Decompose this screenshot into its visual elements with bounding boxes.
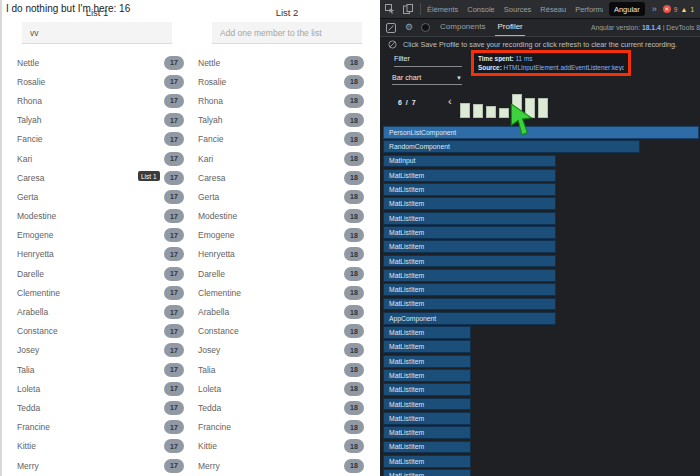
flame-row[interactable]: MatListItem — [383, 469, 471, 476]
member-name: Francine — [198, 422, 231, 432]
tab-performances[interactable]: Performances — [575, 5, 603, 14]
list-item[interactable]: Talia18 — [192, 360, 380, 379]
list-item[interactable]: Arabella17 — [2, 302, 192, 321]
list-item[interactable]: Clementine18 — [192, 283, 380, 302]
list-item[interactable]: Modestine18 — [192, 207, 380, 226]
member-count-badge: 17 — [164, 75, 184, 89]
tab-console[interactable]: Console — [467, 5, 495, 14]
frame-bar[interactable] — [473, 104, 483, 118]
list-item[interactable]: Gerta17 — [2, 187, 192, 206]
list-2-input[interactable] — [212, 22, 362, 44]
list-item[interactable]: Darelle18 — [192, 264, 380, 283]
list-item[interactable]: Rhona18 — [192, 91, 380, 110]
flame-row[interactable]: MatListItem — [383, 455, 471, 468]
flame-row[interactable]: MatListItem — [383, 269, 556, 282]
frame-bar[interactable] — [460, 103, 470, 118]
list-item[interactable]: Francine18 — [192, 418, 380, 437]
list-item[interactable]: Emogene18 — [192, 226, 380, 245]
list-item[interactable]: Henryetta17 — [2, 245, 192, 264]
list-item[interactable]: Rhona17 — [2, 91, 192, 110]
list-item[interactable]: Loleta17 — [2, 379, 192, 398]
list-item[interactable]: Caresa18 — [192, 168, 380, 187]
flame-row[interactable]: MatListItem — [383, 226, 556, 239]
list-item[interactable]: Talyah18 — [192, 111, 380, 130]
warning-icon[interactable]: ▲ — [680, 6, 687, 13]
tab-profiler[interactable]: Profiler — [495, 19, 524, 37]
inspect-icon[interactable] — [384, 3, 396, 15]
flame-row[interactable]: MatListItem — [383, 369, 471, 382]
flame-row[interactable]: MatInput — [383, 155, 556, 168]
frame-bar[interactable] — [538, 98, 548, 118]
list-item[interactable]: Josey18 — [192, 341, 380, 360]
list-item[interactable]: Modestine17 — [2, 207, 192, 226]
list-item[interactable]: Fancie17 — [2, 130, 192, 149]
tab-reseau[interactable]: Réseau — [540, 5, 566, 14]
flame-row[interactable]: MatListItem — [383, 326, 471, 339]
flame-row[interactable]: MatListItem — [383, 355, 471, 368]
flame-row[interactable]: MatListItem — [383, 240, 556, 253]
flame-row[interactable]: MatListItem — [383, 398, 471, 411]
list-item[interactable]: Merry17 — [2, 456, 192, 475]
list-item[interactable]: Loleta18 — [192, 379, 380, 398]
list-item[interactable]: Fancie18 — [192, 130, 380, 149]
frame-bar[interactable] — [486, 106, 496, 118]
flame-row[interactable]: MatListItem — [383, 426, 471, 439]
flame-row[interactable]: MatListItem — [383, 340, 471, 353]
record-icon[interactable] — [421, 23, 430, 32]
tab-elements[interactable]: Éléments — [427, 5, 458, 14]
frame-bar[interactable] — [499, 108, 509, 118]
list-item[interactable]: Clementine17 — [2, 283, 192, 302]
list-item[interactable]: Henryetta18 — [192, 245, 380, 264]
gear-icon[interactable]: ⚙ — [405, 23, 413, 32]
list-item[interactable]: Rosalie18 — [192, 72, 380, 91]
list-1-input[interactable] — [22, 22, 172, 44]
flame-row[interactable]: MatListItem — [383, 169, 556, 182]
list-item[interactable]: Kari18 — [192, 149, 380, 168]
list-item[interactable]: Arabella18 — [192, 302, 380, 321]
filter-field[interactable]: Filter — [394, 54, 462, 67]
list-item[interactable]: Darelle17 — [2, 264, 192, 283]
list-item[interactable]: Talia17 — [2, 360, 192, 379]
more-tabs-icon[interactable]: » — [652, 4, 657, 14]
error-icon[interactable]: ✕ — [663, 5, 671, 13]
list-item[interactable]: Constance18 — [192, 322, 380, 341]
list-item[interactable]: Emogene17 — [2, 226, 192, 245]
flame-row[interactable]: MatListItem — [383, 197, 556, 210]
flame-row[interactable]: AppComponent — [383, 312, 556, 325]
list-item[interactable]: Francine17 — [2, 418, 192, 437]
previous-frame-icon[interactable]: ‹ — [448, 95, 452, 107]
tab-sources[interactable]: Sources — [504, 5, 532, 14]
list-item[interactable]: Kari17 — [2, 149, 192, 168]
flame-row[interactable]: RandomComponent — [383, 140, 640, 153]
flame-row[interactable]: MatListItem — [383, 212, 556, 225]
list-item[interactable]: Josey17 — [2, 341, 192, 360]
flame-row[interactable]: MatListItem — [383, 412, 471, 425]
tab-angular[interactable]: Angular — [609, 2, 645, 16]
source-value[interactable]: HTMLInputElement.addEventListener:keydow… — [504, 64, 624, 71]
panel-icon[interactable] — [385, 22, 397, 34]
flame-row[interactable]: MatListItem — [383, 283, 556, 296]
list-item[interactable]: Nettle18 — [192, 53, 380, 72]
stop-record-icon[interactable] — [386, 39, 398, 51]
flame-row[interactable]: MatListItem — [383, 383, 471, 396]
tab-components[interactable]: Components — [438, 19, 487, 37]
flame-row[interactable]: PersonListComponent — [383, 126, 699, 139]
flame-row[interactable]: MatListItem — [383, 255, 556, 268]
list-item[interactable]: Merry18 — [192, 456, 380, 475]
list-item[interactable]: Tedda18 — [192, 398, 380, 417]
list-item[interactable]: Talyah17 — [2, 111, 192, 130]
list-item[interactable]: Gerta18 — [192, 187, 380, 206]
list-item[interactable]: Kittie18 — [192, 437, 380, 456]
device-toolbar-icon[interactable] — [402, 3, 414, 15]
list-item[interactable]: Nettle17 — [2, 53, 192, 72]
list-item[interactable]: Rosalie17 — [2, 72, 192, 91]
flame-row[interactable]: MatListItem — [383, 441, 471, 454]
list-item[interactable]: Caresa17 — [2, 168, 192, 187]
list-item[interactable]: Kittie17 — [2, 437, 192, 456]
list-item[interactable]: Tedda17 — [2, 398, 192, 417]
flame-row[interactable]: MatListItem — [383, 298, 556, 311]
flame-row[interactable]: MatListItem — [383, 183, 556, 196]
chart-type-select[interactable]: Bar chart ▼ — [392, 73, 462, 85]
member-name: Kari — [198, 154, 213, 164]
list-item[interactable]: Constance17 — [2, 322, 192, 341]
